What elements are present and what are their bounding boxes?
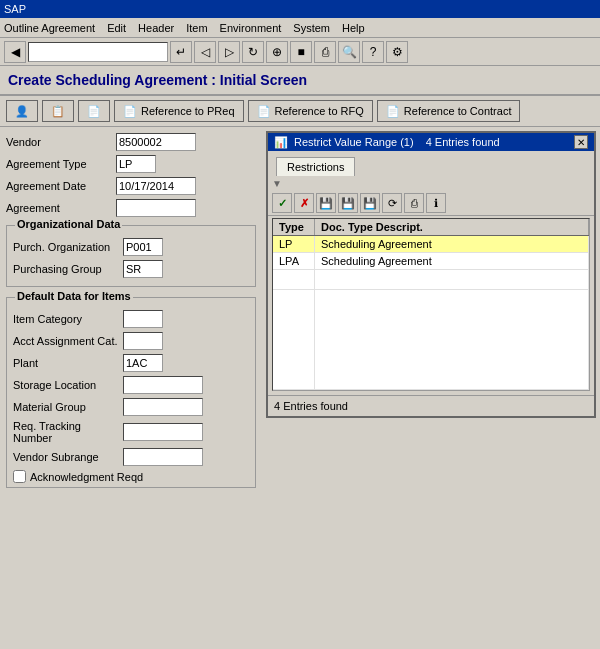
reference-preq-label: Reference to PReq [141,105,235,117]
plant-input[interactable] [123,354,163,372]
material-group-input[interactable] [123,398,203,416]
reference-rfq-button[interactable]: 📄 Reference to RFQ [248,100,373,122]
agreement-type-input[interactable] [116,155,156,173]
req-tracking-label: Req. Tracking Number [13,420,123,444]
doc-icon-btn[interactable]: 📋 [42,100,74,122]
doc-icon: 📋 [51,105,65,118]
row1-type: LP [273,236,315,252]
agreement-type-row: Agreement Type [6,155,256,173]
nav-back-btn[interactable]: ◁ [194,41,216,63]
acknowledgment-label: Acknowledgment Reqd [30,471,143,483]
tab-restrictions[interactable]: Restrictions [276,157,355,176]
acct-assign-row: Acct Assignment Cat. [13,332,249,350]
vendor-subrange-row: Vendor Subrange [13,448,249,466]
reference-contract-button[interactable]: 📄 Reference to Contract [377,100,521,122]
ref-icon: 📄 [87,105,101,118]
plant-row: Plant [13,354,249,372]
storage-loc-input[interactable] [123,376,203,394]
title-bar-text: SAP [4,3,26,15]
vendor-input[interactable] [116,133,196,151]
reference-contract-label: Reference to Contract [404,105,512,117]
purch-org-input[interactable] [123,238,163,256]
popup-status-text: 4 Entries found [274,400,348,412]
ref-icon-btn[interactable]: 📄 [78,100,110,122]
menu-environment[interactable]: Environment [220,22,282,34]
nav-fwd-btn[interactable]: ▷ [218,41,240,63]
item-category-input[interactable] [123,310,163,328]
popup-table: Type Doc. Type Descript. LP Scheduling A… [272,218,590,391]
popup-status-bar: 4 Entries found [268,395,594,416]
print-popup-btn[interactable]: ⎙ [404,193,424,213]
purch-org-row: Purch. Organization [13,238,249,256]
table-row[interactable]: LP Scheduling Agreement [273,236,589,253]
main-toolbar: ◀ ↵ ◁ ▷ ↻ ⊕ ■ ⎙ 🔍 ? ⚙ [0,38,600,66]
req-tracking-row: Req. Tracking Number [13,420,249,444]
popup-titlebar: 📊 Restrict Value Range (1) 4 Entries fou… [268,133,594,151]
acct-assign-input[interactable] [123,332,163,350]
plant-label: Plant [13,357,123,369]
filter-icon: ▼ [272,178,282,189]
purch-org-label: Purch. Organization [13,241,123,253]
table-row[interactable]: LPA Scheduling Agreement [273,253,589,270]
info-popup-btn[interactable]: ℹ [426,193,446,213]
print-btn[interactable]: ⎙ [314,41,336,63]
acknowledgment-checkbox[interactable] [13,470,26,483]
back-button[interactable]: ◀ [4,41,26,63]
menu-system[interactable]: System [293,22,330,34]
enter-button[interactable]: ↵ [170,41,192,63]
save-popup-btn2[interactable]: 💾 [338,193,358,213]
purch-group-input[interactable] [123,260,163,278]
reference-buttons-bar: 👤 📋 📄 📄 Reference to PReq 📄 Reference to… [0,96,600,127]
vendor-subrange-input[interactable] [123,448,203,466]
confirm-button[interactable]: ✓ [272,193,292,213]
popup-toolbar: ✓ ✗ 💾 💾 💾 ⟳ ⎙ ℹ [268,191,594,216]
popup-close-button[interactable]: ✕ [574,135,588,149]
storage-loc-row: Storage Location [13,376,249,394]
settings-btn[interactable]: ⚙ [386,41,408,63]
person-icon: 👤 [15,105,29,118]
menu-header[interactable]: Header [138,22,174,34]
save-popup-btn1[interactable]: 💾 [316,193,336,213]
row2-type: LPA [273,253,315,269]
col-header-desc: Doc. Type Descript. [315,219,589,235]
rfq-icon: 📄 [257,105,271,118]
right-panel: 📊 Restrict Value Range (1) 4 Entries fou… [262,127,600,649]
popup-title-left: 📊 Restrict Value Range (1) 4 Entries fou… [274,136,500,149]
acct-assign-label: Acct Assignment Cat. [13,335,123,347]
save-btn[interactable]: ■ [290,41,312,63]
save-popup-btn3[interactable]: 💾 [360,193,380,213]
purch-group-row: Purchasing Group [13,260,249,278]
agreement-date-input[interactable] [116,177,196,195]
material-group-label: Material Group [13,401,123,413]
table-row [273,270,589,290]
req-tracking-input[interactable] [123,423,203,441]
default-items-label: Default Data for Items [15,290,133,302]
agreement-row: Agreement [6,199,256,217]
vendor-row: Vendor [6,133,256,151]
help-btn[interactable]: ? [362,41,384,63]
refresh-popup-btn[interactable]: ⟳ [382,193,402,213]
agreement-date-row: Agreement Date [6,177,256,195]
material-group-row: Material Group [13,398,249,416]
body-area: Vendor Agreement Type Agreement Date Agr… [0,127,600,649]
agreement-input[interactable] [116,199,196,217]
org-data-label: Organizational Data [15,218,122,230]
menu-item[interactable]: Item [186,22,207,34]
menu-outline-agreement[interactable]: Outline Agreement [4,22,95,34]
menu-help[interactable]: Help [342,22,365,34]
tab-area: Restrictions [268,151,594,176]
refresh-btn[interactable]: ↻ [242,41,264,63]
row2-desc: Scheduling Agreement [315,253,589,269]
popup-window: 📊 Restrict Value Range (1) 4 Entries fou… [266,131,596,418]
cancel-popup-button[interactable]: ✗ [294,193,314,213]
command-input[interactable] [28,42,168,62]
popup-title-text: Restrict Value Range (1) [294,136,414,148]
storage-loc-label: Storage Location [13,379,123,391]
shortcut-btn[interactable]: ⊕ [266,41,288,63]
person-icon-btn[interactable]: 👤 [6,100,38,122]
find-btn[interactable]: 🔍 [338,41,360,63]
row1-desc: Scheduling Agreement [315,236,589,252]
menu-edit[interactable]: Edit [107,22,126,34]
reference-preq-button[interactable]: 📄 Reference to PReq [114,100,244,122]
purch-group-label: Purchasing Group [13,263,123,275]
